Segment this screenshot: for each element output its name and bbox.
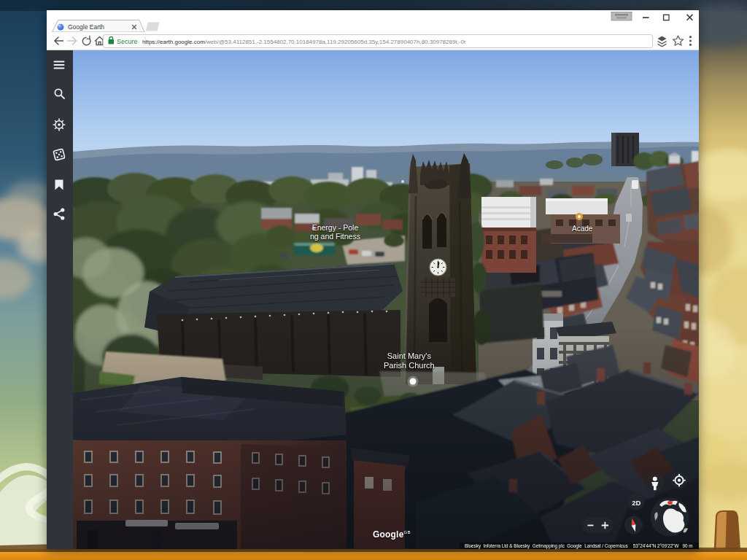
svg-text:https://earth.google.com/web/@: https://earth.google.com/web/@53.4112851…	[142, 39, 466, 45]
svg-text:2D: 2D	[632, 499, 640, 507]
svg-text:Google Earth: Google Earth	[68, 23, 104, 31]
svg-text:Secure: Secure	[117, 38, 138, 45]
